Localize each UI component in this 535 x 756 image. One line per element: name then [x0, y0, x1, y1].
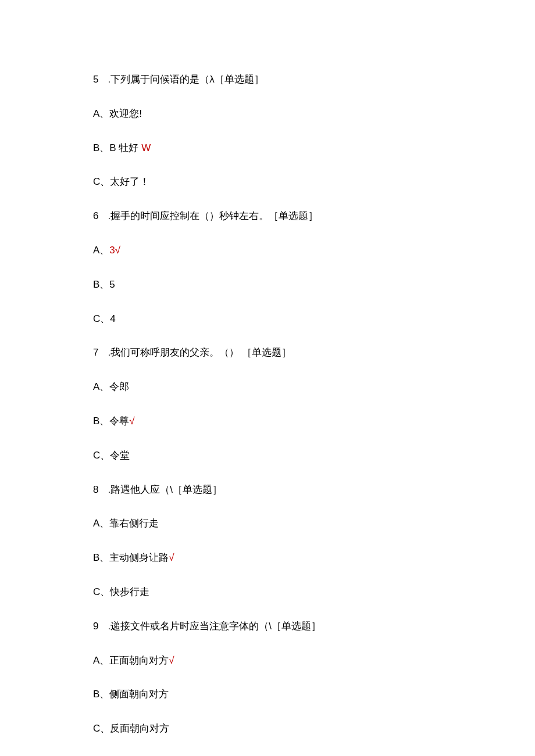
- correct-mark-icon: √: [129, 415, 134, 427]
- option-label: A、靠右侧行走: [93, 518, 159, 529]
- question-number: 6: [93, 209, 98, 223]
- option-label: A、正面朝向对方: [93, 655, 169, 666]
- question-row: 5.下列属于问候语的是（λ［单选题］: [93, 73, 442, 87]
- option-row: A、3√: [93, 243, 442, 257]
- option-label: B、令尊: [93, 415, 129, 427]
- option-label: C、快步行走: [93, 586, 149, 597]
- option-row: B、侧面朝向对方: [93, 687, 442, 701]
- option-row: C、4: [93, 312, 442, 326]
- option-label: B、主动侧身让路: [93, 552, 169, 563]
- question-text: .握手的时间应控制在（）秒钟左右。［单选题］: [108, 209, 442, 223]
- option-row: C、太好了！: [93, 175, 442, 189]
- option-label: A、令郎: [93, 381, 129, 392]
- option-label: C、反面朝向对方: [93, 723, 169, 734]
- option-row: C、令堂: [93, 449, 442, 463]
- option-row: B、B 牡好 W: [93, 141, 442, 155]
- correct-mark-icon: W: [141, 142, 151, 153]
- option-label: B、5: [93, 279, 115, 290]
- option-label: C、令堂: [93, 450, 130, 461]
- option-row: A、令郎: [93, 380, 442, 394]
- option-label: C、4: [93, 313, 116, 324]
- correct-mark-icon: 3√: [109, 245, 120, 256]
- option-row: C、快步行走: [93, 585, 442, 599]
- correct-mark-icon: √: [169, 655, 174, 666]
- option-row: B、5: [93, 278, 442, 292]
- option-row: A、靠右侧行走: [93, 517, 442, 531]
- option-row: A、欢迎您!: [93, 107, 442, 121]
- question-text: .路遇他人应（\［单选题］: [108, 483, 442, 497]
- question-number: 5: [93, 73, 98, 87]
- question-row: 7.我们可称呼朋友的父亲。（） ［单选题］: [93, 346, 442, 360]
- question-number: 9: [93, 619, 98, 633]
- option-label: A、欢迎您!: [93, 108, 142, 119]
- option-label: C、太好了！: [93, 176, 149, 187]
- option-row: B、主动侧身让路√: [93, 551, 442, 565]
- correct-mark-icon: √: [169, 552, 174, 563]
- option-label: B、B 牡好: [93, 142, 141, 153]
- option-row: C、反面朝向对方: [93, 722, 442, 736]
- option-label: A、: [93, 245, 109, 256]
- question-number: 8: [93, 483, 98, 497]
- option-row: B、令尊√: [93, 414, 442, 428]
- question-text: .我们可称呼朋友的父亲。（） ［单选题］: [108, 346, 442, 360]
- question-row: 6.握手的时间应控制在（）秒钟左右。［单选题］: [93, 209, 442, 223]
- option-row: A、正面朝向对方√: [93, 654, 442, 668]
- question-text: .下列属于问候语的是（λ［单选题］: [108, 73, 442, 87]
- question-row: 8.路遇他人应（\［单选题］: [93, 483, 442, 497]
- question-number: 7: [93, 346, 98, 360]
- question-row: 9.递接文件或名片时应当注意字体的（\［单选题］: [93, 619, 442, 633]
- option-label: B、侧面朝向对方: [93, 689, 169, 700]
- question-text: .递接文件或名片时应当注意字体的（\［单选题］: [108, 619, 442, 633]
